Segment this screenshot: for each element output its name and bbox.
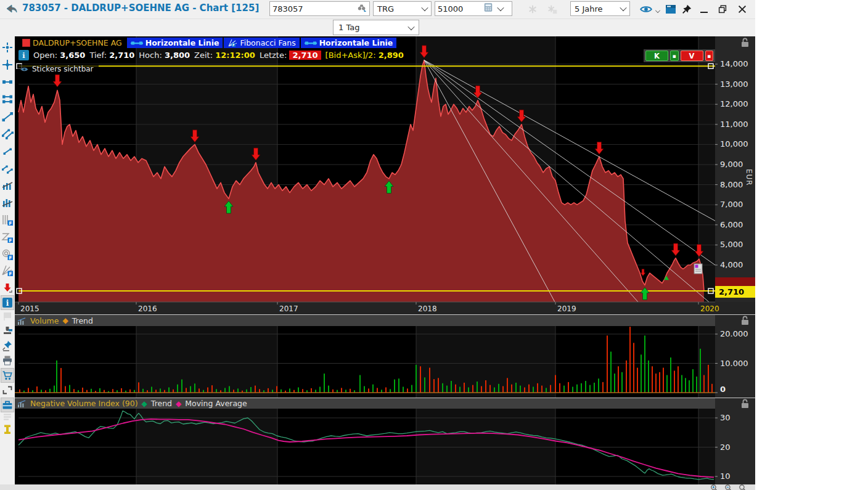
market-select[interactable]: TRG (373, 1, 432, 16)
sub-toolbar: 1 Tag (0, 19, 755, 36)
parallel-horizontal-lines-tool-icon[interactable] (1, 92, 14, 107)
legend-label: DALDRUP+SOEHNE AG (33, 38, 122, 47)
legend-label: Horizontale Linie (145, 38, 219, 47)
hline-legend-icon (305, 40, 317, 46)
zoom-lens-icon[interactable] (739, 483, 747, 490)
parallel-trendlines-tool-icon[interactable] (1, 126, 14, 141)
panel-dock-icon[interactable] (663, 2, 678, 16)
price-axis-tick: 6,000 (720, 220, 743, 229)
eye-icon (20, 66, 29, 73)
restore-button[interactable] (715, 2, 730, 16)
stickers-visibility-toggle[interactable]: Stickers sichtbar (17, 64, 99, 74)
short-trendline-tool-icon[interactable] (1, 144, 14, 158)
legend-item-hline[interactable]: Horizontale Linie (301, 38, 397, 48)
order-volume-field[interactable] (435, 1, 512, 16)
sell-options-button[interactable]: ▪ (705, 51, 713, 61)
time-label: Zeit: (194, 51, 213, 60)
chevron-down-icon[interactable] (655, 8, 660, 13)
price-axis-tick: 8,000 (720, 180, 743, 189)
legend-item-fan[interactable]: FFibonacci Fans (224, 38, 299, 48)
fibonacci-fans-tool-icon[interactable]: F (1, 263, 14, 278)
symbol-search-binoculars-icon[interactable] (356, 2, 367, 15)
high-label: Hoch: (139, 51, 162, 60)
indicator-icon (17, 399, 27, 407)
moving-average-diamond-icon: ◆ (176, 400, 181, 407)
high-value: 3,800 (165, 51, 190, 60)
legend-label: Fibonacci Fans (240, 38, 295, 47)
svg-text:2017: 2017 (279, 304, 298, 313)
double-trendline-tool-icon[interactable] (1, 161, 14, 176)
price-axis-tick: 7,000 (720, 200, 743, 209)
volume-axis-tick: 20.000 (720, 329, 748, 338)
interval-select[interactable]: 1 Tag (333, 20, 419, 35)
volume-trend-label: Trend (72, 316, 93, 325)
legend-label: Horizontale Linie (319, 38, 393, 47)
visibility-eye-icon[interactable] (639, 2, 653, 16)
chart-flag-icon (1, 309, 14, 324)
trend-diamond-icon: ◆ (63, 317, 68, 324)
nvi-axis-tick: 10 (720, 472, 731, 481)
buy-options-button[interactable]: ▪ (670, 51, 678, 61)
buy-button[interactable]: K (645, 51, 668, 61)
legend-item-instrument[interactable]: DALDRUP+SOEHNE AG (18, 38, 126, 48)
fan-legend-icon: F (227, 39, 237, 47)
order-cart-icon[interactable] (1, 368, 14, 383)
zoom-in-icon[interactable] (710, 483, 718, 490)
time-marker-icon[interactable] (1, 422, 14, 437)
nvi-panel-header[interactable]: Negative Volume Index (90) ◆ Trend ◆ Mov… (15, 398, 715, 409)
chevron-down-icon (421, 4, 428, 11)
hline-legend-icon (131, 40, 143, 46)
order-volume-input[interactable] (435, 4, 483, 14)
chevron-down-icon[interactable] (497, 4, 504, 11)
bar-pattern-alt-tool-icon[interactable] (1, 195, 14, 210)
sticker-arrow-tool-icon[interactable] (1, 280, 14, 295)
print-icon[interactable] (1, 353, 14, 368)
calculator-icon[interactable] (483, 2, 493, 15)
chart-legend: DALDRUP+SOEHNE AGHorizontale LinieFFibon… (18, 38, 396, 48)
low-value: 2,710 (109, 51, 134, 60)
crosshair-tool-icon[interactable] (1, 57, 14, 72)
trend-diamond-icon: ◆ (142, 400, 147, 407)
chevron-down-icon (620, 4, 626, 11)
pin-icon[interactable] (679, 2, 694, 16)
symbol-input[interactable] (270, 4, 356, 14)
svg-text:2018: 2018 (418, 304, 437, 313)
price-axis-tick: 13,000 (720, 80, 748, 89)
instrument-legend-icon (22, 39, 30, 47)
stamp-tool-icon[interactable] (1, 324, 14, 338)
trendline-tool-icon[interactable] (1, 109, 14, 124)
window-layout-icon[interactable] (1, 383, 14, 398)
svg-text:F: F (233, 43, 235, 47)
pointer-crosshair-tool-icon[interactable] (1, 40, 14, 55)
info-mode-icon[interactable]: i (1, 295, 14, 310)
fibonacci-spiral-tool-icon[interactable]: F (1, 247, 14, 262)
svg-text:F: F (9, 271, 12, 277)
svg-text:F: F (9, 255, 12, 261)
market-select-value: TRG (377, 4, 394, 14)
mid-value: 2,890 (379, 51, 404, 60)
chart-region: 2015201620172018201920202,710 DALDRUP+SO… (15, 36, 755, 485)
open-value: 3,650 (60, 51, 85, 60)
sell-button[interactable]: V (681, 51, 703, 61)
minimize-button[interactable] (697, 2, 711, 16)
volume-axis-tick: 0 (720, 385, 726, 394)
volume-panel-header[interactable]: Volume ◆ Trend (15, 315, 715, 326)
price-axis-tick: 9,000 (720, 160, 743, 169)
open-label: Open: (33, 51, 57, 60)
pin-note-tool-icon[interactable] (1, 338, 14, 353)
close-button[interactable] (735, 2, 750, 16)
zoom-out-icon[interactable] (724, 483, 732, 490)
nvi-axis-tick: 20 (720, 443, 731, 452)
fibonacci-timezones-tool-icon[interactable]: F (1, 230, 14, 245)
drawing-toolbar: FFFFi (0, 36, 15, 485)
bar-pattern-tool-icon[interactable] (1, 178, 14, 193)
svg-text:i: i (22, 51, 25, 60)
link-tool-icon (545, 2, 560, 16)
horizontal-line-tool-icon[interactable] (1, 75, 14, 89)
fibonacci-retracement-tool-icon[interactable]: F (1, 213, 14, 227)
symbol-field[interactable] (269, 1, 370, 16)
price-chart-plot[interactable]: 2015201620172018201920202,710 (15, 36, 755, 485)
legend-item-hline[interactable]: Horizontale Linie (127, 38, 223, 48)
range-select[interactable]: 5 Jahre (570, 1, 630, 16)
price-axis-tick: 5,000 (720, 240, 743, 249)
